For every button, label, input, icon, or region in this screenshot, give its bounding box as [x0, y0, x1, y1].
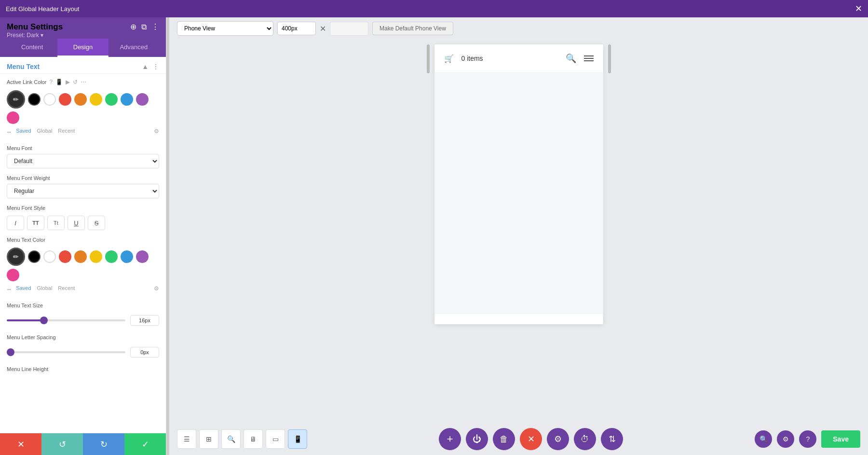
- desktop-view-btn[interactable]: 🖥: [244, 429, 263, 449]
- color-swatch-green[interactable]: [105, 93, 118, 106]
- settings-title: Menu Settings: [7, 22, 63, 32]
- hamburger-icon[interactable]: [584, 55, 594, 61]
- section-more-btn[interactable]: ⋮: [152, 63, 159, 70]
- menu-letter-spacing-slider[interactable]: [7, 351, 125, 353]
- menu-letter-spacing-slider-row: [0, 345, 166, 361]
- canvas-body: [434, 73, 603, 314]
- text-color-tab-global[interactable]: Global: [37, 285, 53, 294]
- viewport-close-btn[interactable]: ✕: [320, 24, 326, 33]
- text-color-picker-btn[interactable]: ✏: [7, 248, 25, 266]
- color-swatch-pink[interactable]: [7, 111, 19, 124]
- preset-label[interactable]: Preset: Dark ▾: [7, 32, 63, 39]
- help-icon[interactable]: ?: [50, 79, 53, 85]
- canvas-left-handle[interactable]: [427, 44, 430, 73]
- capitalize-btn[interactable]: Tt: [47, 216, 65, 230]
- undo-action-btn[interactable]: ↺: [41, 433, 83, 455]
- color-picker-open-btn[interactable]: ✏: [7, 90, 25, 109]
- viewport-select[interactable]: Phone View: [177, 21, 273, 36]
- save-button[interactable]: Save: [821, 430, 860, 448]
- pointer-icon[interactable]: ▶: [66, 79, 70, 85]
- canvas-frame: 🛒 0 items 🔍: [434, 44, 603, 324]
- focus-icon[interactable]: ⊕: [130, 22, 136, 31]
- tab-design[interactable]: Design: [57, 39, 108, 57]
- redo-action-btn[interactable]: ↻: [83, 433, 124, 455]
- text-color-tab-recent[interactable]: Recent: [58, 285, 75, 294]
- menu-font-select[interactable]: Default: [7, 154, 159, 168]
- bottom-center-tools: + ⏻ 🗑 ✕ ⚙ ⏱ ⇅: [439, 428, 623, 450]
- color-tab-saved[interactable]: Saved: [16, 128, 31, 137]
- text-color-tab-saved[interactable]: Saved: [16, 285, 31, 294]
- more-options-icon[interactable]: ⋯: [81, 79, 86, 85]
- settings-right-btn[interactable]: ⚙: [777, 430, 794, 448]
- search-right-btn[interactable]: 🔍: [755, 430, 772, 448]
- viewport-width-input[interactable]: [277, 22, 316, 35]
- split-icon[interactable]: ⧉: [141, 23, 147, 31]
- settings-btn[interactable]: ⚙: [547, 428, 569, 450]
- text-color-purple[interactable]: [136, 250, 149, 263]
- power-btn[interactable]: ⏻: [466, 428, 488, 450]
- underline-btn[interactable]: U: [68, 216, 85, 230]
- canvas-area: 🛒 0 items 🔍: [169, 40, 868, 423]
- undo-icon[interactable]: ↺: [73, 79, 78, 85]
- help-right-btn[interactable]: ?: [799, 430, 816, 448]
- dots-icon[interactable]: ···: [7, 128, 10, 137]
- dots-icon-2[interactable]: ···: [7, 285, 10, 294]
- history-btn[interactable]: ⏱: [574, 428, 596, 450]
- settings-text-color-icon[interactable]: ⚙: [154, 285, 159, 294]
- color-tab-recent[interactable]: Recent: [58, 128, 75, 137]
- menu-letter-spacing-input[interactable]: [130, 347, 159, 358]
- menu-font-weight-select[interactable]: Regular: [7, 184, 159, 198]
- search-tool-btn[interactable]: 🔍: [221, 429, 241, 449]
- font-style-buttons: I TT Tt U S: [0, 216, 166, 232]
- menu-text-color-row: Menu Text Color: [0, 232, 166, 248]
- color-swatch-white[interactable]: [43, 93, 56, 106]
- tab-advanced[interactable]: Advanced: [108, 39, 159, 57]
- layout-grid-btn[interactable]: ⊞: [199, 429, 218, 449]
- layout-list-btn[interactable]: ☰: [177, 429, 196, 449]
- menu-font-style-label: Menu Font Style: [7, 205, 45, 211]
- cancel-action-btn[interactable]: ✕: [0, 433, 41, 455]
- color-swatch-purple[interactable]: [136, 93, 149, 106]
- menu-text-size-slider[interactable]: [7, 319, 125, 321]
- make-default-btn[interactable]: Make Default Phone View: [372, 22, 453, 35]
- strikethrough-btn[interactable]: S: [88, 216, 105, 230]
- trash-btn[interactable]: 🗑: [493, 428, 515, 450]
- active-link-color-label: Active Link Color: [7, 79, 47, 85]
- add-element-btn[interactable]: +: [439, 428, 461, 450]
- text-color-red[interactable]: [59, 250, 71, 263]
- text-color-green[interactable]: [105, 250, 118, 263]
- text-color-white[interactable]: [43, 250, 56, 263]
- tab-content[interactable]: Content: [7, 39, 57, 57]
- text-color-blue[interactable]: [121, 250, 133, 263]
- phone-view-btn[interactable]: 📱: [288, 429, 307, 449]
- color-swatch-orange[interactable]: [74, 93, 87, 106]
- confirm-action-btn[interactable]: ✓: [124, 433, 166, 455]
- text-color-yellow[interactable]: [90, 250, 102, 263]
- menu-line-height-label: Menu Line Height: [7, 366, 48, 372]
- more-icon[interactable]: ⋮: [151, 22, 159, 31]
- color-swatch-yellow[interactable]: [90, 93, 102, 106]
- mobile-icon[interactable]: 📱: [55, 79, 63, 85]
- menu-text-color-label: Menu Text Color: [7, 237, 45, 243]
- italic-btn[interactable]: I: [7, 216, 24, 230]
- color-swatch-blue[interactable]: [121, 93, 133, 106]
- search-icon-canvas[interactable]: 🔍: [566, 53, 576, 64]
- text-color-orange[interactable]: [74, 250, 87, 263]
- collapse-section-btn[interactable]: ▲: [142, 63, 149, 70]
- close-center-btn[interactable]: ✕: [520, 428, 542, 450]
- color-tab-global[interactable]: Global: [37, 128, 53, 137]
- color-swatch-red[interactable]: [59, 93, 71, 106]
- menu-text-size-label: Menu Text Size: [7, 303, 43, 308]
- menu-text-size-input[interactable]: [130, 315, 159, 326]
- viewport-secondary-input[interactable]: [330, 22, 368, 36]
- text-color-dark[interactable]: [28, 250, 41, 263]
- tablet-view-btn[interactable]: ▭: [266, 429, 285, 449]
- color-swatch-dark[interactable]: [28, 93, 41, 106]
- sort-btn[interactable]: ⇅: [601, 428, 623, 450]
- close-button[interactable]: ✕: [855, 3, 862, 14]
- canvas-right-handle[interactable]: [608, 44, 611, 73]
- uppercase-btn[interactable]: TT: [27, 216, 44, 230]
- menu-line-height-row: Menu Line Height: [0, 361, 166, 377]
- text-color-pink[interactable]: [7, 269, 19, 281]
- settings-color-icon[interactable]: ⚙: [154, 128, 159, 137]
